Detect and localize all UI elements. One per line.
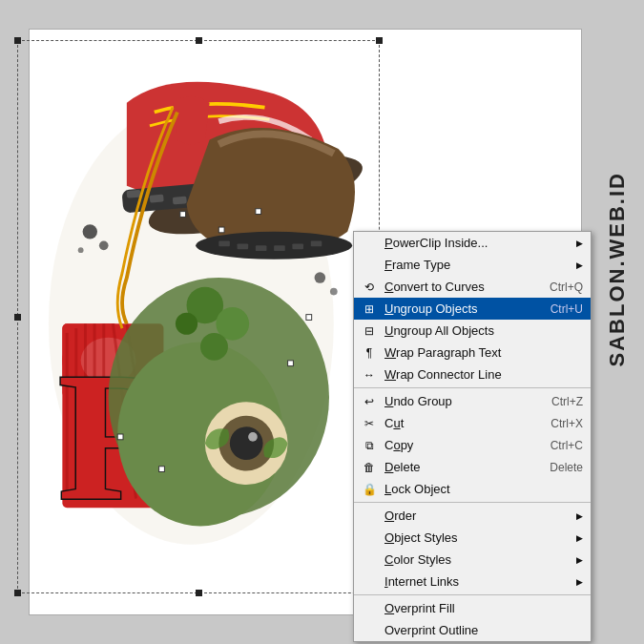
menu-item-order[interactable]: Order▶ (354, 505, 591, 527)
menu-separator (354, 502, 591, 503)
svg-point-39 (99, 241, 109, 251)
menu-item-internet-links[interactable]: Internet Links▶ (354, 571, 591, 592)
menu-icon-ungroup-all: ⊟ (358, 324, 381, 338)
svg-rect-26 (274, 245, 285, 251)
svg-rect-43 (180, 212, 186, 218)
menu-shortcut-ungroup-objects: Ctrl+U (551, 302, 583, 316)
menu-label-copy: Copy (384, 438, 413, 452)
svg-point-38 (83, 224, 97, 239)
handle-bl (14, 590, 21, 596)
menu-label-wrap-connector: Wrap Connector Line (384, 367, 502, 382)
menu-separator (354, 594, 591, 595)
menu-shortcut-copy: Ctrl+C (551, 439, 583, 452)
menu-item-object-styles[interactable]: Object Styles▶ (354, 527, 591, 549)
svg-rect-45 (256, 209, 261, 215)
menu-shortcut-cut: Ctrl+X (551, 417, 583, 430)
menu-label-order: Order (384, 509, 416, 523)
menu-arrow-color-styles: ▶ (576, 555, 583, 565)
menu-arrow-object-styles: ▶ (576, 533, 583, 543)
menu-label-frame-type: Frame Type (384, 258, 450, 272)
svg-rect-49 (306, 315, 312, 321)
svg-rect-44 (218, 227, 224, 233)
menu-item-overprint-outline[interactable]: Overprint Outline (354, 619, 591, 641)
menu-icon-undo-group: ↩ (358, 395, 381, 408)
artwork: R R (29, 48, 372, 563)
menu-label-convert-curves: Convert to Curves (384, 280, 485, 294)
menu-item-cut[interactable]: ✂CutCtrl+X (354, 412, 591, 434)
menu-item-powerclip[interactable]: PowerClip Inside...▶ (354, 232, 591, 254)
menu-label-color-styles: Color Styles (384, 552, 451, 567)
menu-item-delete[interactable]: 🗑DeleteDelete (354, 456, 591, 478)
svg-point-31 (200, 333, 228, 361)
menu-label-overprint-outline: Overprint Outline (384, 623, 478, 637)
menu-item-lock-object[interactable]: 🔒Lock Object (354, 478, 591, 500)
svg-rect-21 (173, 197, 187, 205)
menu-arrow-order: ▶ (576, 511, 583, 521)
menu-label-overprint-fill: Overprint Fill (384, 601, 455, 615)
menu-item-wrap-connector[interactable]: ↔Wrap Connector Line (354, 364, 591, 385)
svg-rect-46 (117, 434, 123, 440)
svg-rect-20 (150, 195, 164, 203)
menu-item-color-styles[interactable]: Color Styles▶ (354, 549, 591, 571)
svg-point-37 (248, 432, 258, 442)
menu-shortcut-delete: Delete (550, 461, 583, 474)
context-menu: PowerClip Inside...▶Frame Type▶⟲Convert … (353, 231, 592, 642)
menu-icon-convert-curves: ⟲ (358, 280, 381, 294)
menu-item-overprint-fill[interactable]: Overprint Fill (354, 597, 591, 619)
svg-rect-48 (288, 361, 294, 366)
svg-rect-25 (256, 245, 267, 251)
menu-icon-wrap-connector: ↔ (358, 368, 381, 382)
menu-icon-wrap-paragraph: ¶ (358, 346, 381, 360)
menu-label-powerclip: PowerClip Inside... (384, 236, 488, 250)
handle-tl (14, 37, 21, 44)
menu-label-wrap-paragraph: Wrap Paragraph Text (384, 345, 501, 360)
handle-ml (14, 314, 21, 321)
menu-label-cut: Cut (384, 416, 404, 430)
svg-point-36 (230, 426, 263, 460)
menu-label-lock-object: Lock Object (384, 482, 450, 496)
watermark: SABLON.WEB.ID (605, 172, 630, 366)
svg-point-42 (330, 288, 338, 296)
menu-icon-copy: ⧉ (358, 439, 381, 452)
menu-icon-cut: ✂ (358, 417, 381, 430)
svg-point-40 (78, 247, 84, 253)
menu-label-undo-group: Undo Group (384, 394, 452, 408)
menu-item-wrap-paragraph[interactable]: ¶Wrap Paragraph Text (354, 342, 591, 364)
menu-arrow-frame-type: ▶ (576, 260, 583, 270)
menu-shortcut-convert-curves: Ctrl+Q (550, 280, 583, 294)
menu-arrow-powerclip: ▶ (576, 239, 583, 248)
menu-item-copy[interactable]: ⧉CopyCtrl+C (354, 434, 591, 456)
svg-point-32 (176, 313, 197, 335)
svg-point-41 (315, 272, 326, 283)
menu-label-ungroup-objects: Ungroup Objects (384, 301, 478, 316)
menu-item-convert-curves[interactable]: ⟲Convert to CurvesCtrl+Q (354, 276, 591, 298)
menu-label-object-styles: Object Styles (384, 530, 458, 545)
menu-label-delete: Delete (384, 460, 421, 474)
svg-rect-28 (311, 241, 322, 247)
menu-icon-lock-object: 🔒 (358, 483, 381, 496)
menu-icon-ungroup-objects: ⊞ (358, 302, 381, 316)
menu-item-undo-group[interactable]: ↩Undo GroupCtrl+Z (354, 390, 591, 412)
svg-rect-23 (218, 241, 230, 247)
menu-item-ungroup-all[interactable]: ⊟Ungroup All Objects (354, 320, 591, 342)
menu-item-ungroup-objects[interactable]: ⊞Ungroup ObjectsCtrl+U (354, 298, 591, 320)
menu-icon-delete: 🗑 (358, 461, 381, 474)
canvas: R R (0, 0, 644, 644)
menu-shortcut-undo-group: Ctrl+Z (551, 395, 583, 408)
svg-rect-19 (127, 190, 141, 198)
svg-rect-24 (238, 243, 249, 249)
svg-rect-27 (292, 243, 303, 249)
menu-label-ungroup-all: Ungroup All Objects (384, 323, 494, 338)
menu-item-frame-type[interactable]: Frame Type▶ (354, 254, 591, 276)
svg-rect-47 (159, 467, 165, 472)
menu-separator (354, 387, 591, 388)
menu-arrow-internet-links: ▶ (576, 577, 583, 587)
menu-label-internet-links: Internet Links (384, 574, 459, 589)
